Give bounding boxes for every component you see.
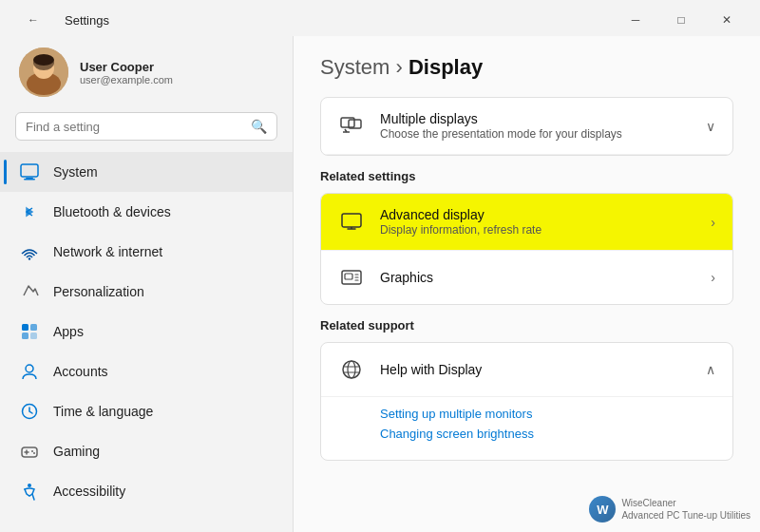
sidebar: User Cooper user@example.com 🔍 System <box>0 36 293 532</box>
sidebar-item-gaming[interactable]: Gaming <box>0 431 293 471</box>
support-links-list: Setting up multiple monitors Changing sc… <box>321 397 732 460</box>
sidebar-item-bluetooth[interactable]: Bluetooth & devices <box>0 192 293 232</box>
advanced-display-icon <box>338 209 365 236</box>
multiple-displays-subtitle: Choose the presentation mode for your di… <box>380 127 691 141</box>
gaming-icon <box>19 441 40 462</box>
svg-point-34 <box>348 361 355 378</box>
breadcrumb: System › Display <box>320 55 733 80</box>
related-support-label: Related support <box>320 318 733 332</box>
svg-rect-10 <box>30 324 37 331</box>
sidebar-item-system[interactable]: System <box>0 152 293 192</box>
svg-rect-7 <box>24 179 35 180</box>
sidebar-item-accessibility[interactable]: Accessibility <box>0 471 293 511</box>
app-body: User Cooper user@example.com 🔍 System <box>0 36 760 532</box>
help-expand-icon: ∧ <box>706 362 715 377</box>
sidebar-item-apps-label: Apps <box>53 324 84 339</box>
svg-point-33 <box>343 361 360 378</box>
wisecleaner-tagline: Advanced PC Tune-up Utilities <box>621 509 750 522</box>
sidebar-item-personalization-label: Personalization <box>53 284 144 299</box>
advanced-display-row[interactable]: Advanced display Display information, re… <box>321 194 732 251</box>
user-profile: User Cooper user@example.com <box>0 36 293 112</box>
titlebar-controls: ─ □ ✕ <box>614 6 749 34</box>
svg-point-13 <box>26 365 33 372</box>
help-with-display-text: Help with Display <box>380 362 691 377</box>
breadcrumb-parent: System <box>320 55 390 79</box>
bluetooth-icon <box>19 201 40 222</box>
close-button[interactable]: ✕ <box>705 6 749 34</box>
advanced-display-text: Advanced display Display information, re… <box>380 207 695 237</box>
sidebar-item-gaming-label: Gaming <box>53 444 100 459</box>
sidebar-item-network[interactable]: Network & internet <box>0 232 293 272</box>
svg-rect-11 <box>22 332 28 339</box>
personalization-icon <box>19 281 40 302</box>
svg-rect-9 <box>22 324 28 331</box>
user-name: User Cooper <box>80 60 173 74</box>
sidebar-item-accounts-label: Accounts <box>53 364 108 379</box>
related-settings-card: Advanced display Display information, re… <box>320 193 733 305</box>
multiple-displays-icon <box>338 113 365 140</box>
graphics-title: Graphics <box>380 270 695 285</box>
sidebar-item-time-label: Time & language <box>53 404 153 419</box>
titlebar-left: ← Settings <box>11 6 109 34</box>
sidebar-item-time[interactable]: Time & language <box>0 391 293 431</box>
user-info: User Cooper user@example.com <box>80 60 173 86</box>
svg-rect-12 <box>30 332 37 339</box>
svg-point-8 <box>28 257 30 259</box>
avatar <box>19 48 68 97</box>
maximize-button[interactable]: □ <box>659 6 703 34</box>
multiple-displays-chevron: ∨ <box>706 119 715 134</box>
advanced-display-title: Advanced display <box>380 207 695 222</box>
svg-point-19 <box>33 452 35 454</box>
wisecleaner-logo: W <box>589 496 616 522</box>
svg-point-4 <box>33 55 54 70</box>
sidebar-item-network-label: Network & internet <box>53 244 162 259</box>
svg-rect-5 <box>21 164 38 177</box>
sidebar-item-system-label: System <box>53 164 98 180</box>
multiple-displays-card: Multiple displays Choose the presentatio… <box>320 97 733 156</box>
graphics-row[interactable]: Graphics › <box>321 251 732 304</box>
search-box[interactable]: 🔍 <box>15 112 277 141</box>
multiple-displays-text: Multiple displays Choose the presentatio… <box>380 111 691 141</box>
sidebar-item-accounts[interactable]: Accounts <box>0 352 293 391</box>
search-icon: 🔍 <box>251 119 267 134</box>
accounts-icon <box>19 361 40 382</box>
svg-point-20 <box>28 484 31 487</box>
user-email: user@example.com <box>80 74 173 86</box>
breadcrumb-separator: › <box>395 55 408 79</box>
related-support-card: Help with Display ∧ Setting up multiple … <box>320 342 733 461</box>
sidebar-item-personalization[interactable]: Personalization <box>0 272 293 312</box>
svg-rect-29 <box>345 274 352 279</box>
search-input[interactable] <box>26 120 243 134</box>
titlebar: ← Settings ─ □ ✕ <box>0 0 760 36</box>
graphics-text: Graphics <box>380 270 695 285</box>
advanced-display-chevron: › <box>711 215 715 230</box>
system-icon <box>19 162 40 182</box>
wisecleaner-text: WiseCleaner Advanced PC Tune-up Utilitie… <box>621 497 750 522</box>
network-icon <box>19 241 40 262</box>
multiple-displays-row[interactable]: Multiple displays Choose the presentatio… <box>321 98 732 155</box>
advanced-display-subtitle: Display information, refresh rate <box>380 223 695 237</box>
wisecleaner-badge: W WiseCleaner Advanced PC Tune-up Utilit… <box>589 496 750 522</box>
svg-point-18 <box>31 450 33 452</box>
help-with-display-row[interactable]: Help with Display ∧ <box>321 343 732 397</box>
breadcrumb-current: Display <box>408 55 483 79</box>
titlebar-title: Settings <box>65 13 109 28</box>
sidebar-item-bluetooth-label: Bluetooth & devices <box>53 204 171 219</box>
accessibility-icon <box>19 481 40 502</box>
help-with-display-icon <box>338 356 365 383</box>
support-link-brightness[interactable]: Changing screen brightness <box>380 427 715 441</box>
content-area: System › Display Multiple displays Choos… <box>293 36 760 532</box>
graphics-chevron: › <box>711 270 715 285</box>
help-with-display-title: Help with Display <box>380 362 691 377</box>
apps-icon <box>19 321 40 342</box>
svg-rect-25 <box>342 214 361 227</box>
back-button[interactable]: ← <box>11 6 55 34</box>
multiple-displays-title: Multiple displays <box>380 111 691 126</box>
sidebar-item-accessibility-label: Accessibility <box>53 484 125 499</box>
sidebar-item-apps[interactable]: Apps <box>0 312 293 352</box>
minimize-button[interactable]: ─ <box>614 6 657 34</box>
support-link-monitors[interactable]: Setting up multiple monitors <box>380 407 715 421</box>
time-icon <box>19 401 40 422</box>
graphics-icon <box>338 264 365 291</box>
wisecleaner-name: WiseCleaner <box>621 497 750 509</box>
